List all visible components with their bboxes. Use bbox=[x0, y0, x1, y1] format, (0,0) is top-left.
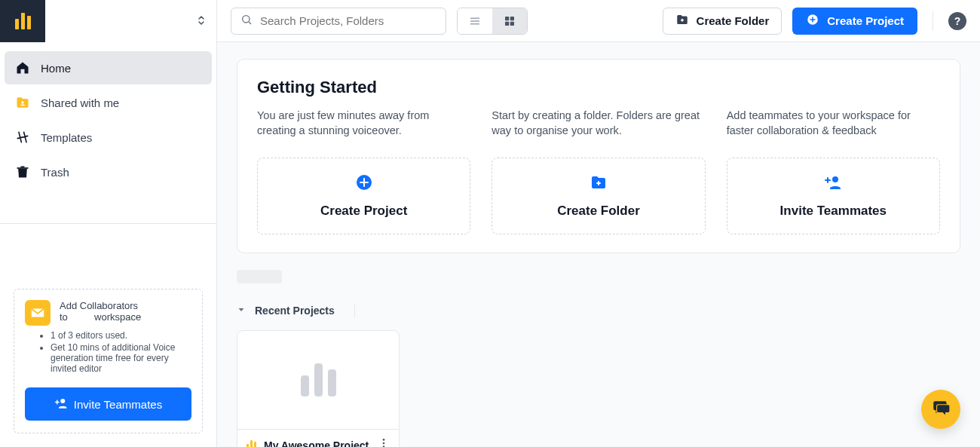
sidebar: Home Shared with me Templates Trash bbox=[0, 0, 217, 447]
getting-started-panel: Getting Started You are just few minutes… bbox=[237, 59, 960, 253]
topbar: Create Folder Create Project ? bbox=[217, 0, 980, 42]
collab-title-line2: to workspace bbox=[60, 311, 141, 323]
help-icon: ? bbox=[954, 15, 961, 27]
onboarding-card-create-folder: Start by creating a folder. Folders are … bbox=[492, 108, 705, 234]
svg-point-2 bbox=[243, 15, 250, 22]
person-add-icon bbox=[54, 396, 68, 412]
sidebar-item-label: Home bbox=[41, 62, 71, 75]
workspace-switcher[interactable] bbox=[45, 0, 216, 42]
sidebar-item-shared[interactable]: Shared with me bbox=[5, 86, 212, 119]
plus-circle-icon bbox=[355, 173, 373, 194]
create-folder-card[interactable]: Create Folder bbox=[492, 158, 705, 234]
card-label: Create Project bbox=[320, 204, 407, 219]
create-folder-button[interactable]: Create Folder bbox=[663, 8, 782, 35]
onboarding-card-create-project: You are just few minutes away from creat… bbox=[257, 108, 470, 234]
create-folder-label: Create Folder bbox=[697, 14, 770, 27]
svg-point-1 bbox=[60, 399, 65, 403]
create-project-card[interactable]: Create Project bbox=[257, 158, 470, 234]
svg-point-11 bbox=[383, 442, 385, 445]
search-input[interactable] bbox=[260, 14, 436, 27]
card-desc: Start by creating a folder. Folders are … bbox=[492, 108, 705, 144]
view-toggle bbox=[457, 8, 528, 35]
card-label: Create Folder bbox=[557, 204, 640, 219]
topbar-divider bbox=[933, 11, 933, 31]
invite-teammates-card[interactable]: Invite Teammates bbox=[727, 158, 940, 234]
project-card[interactable]: My Awesome Project bbox=[237, 330, 400, 447]
onboarding-card-invite: Add teammates to your workspace for fast… bbox=[727, 108, 940, 234]
skeleton-loader bbox=[237, 270, 282, 283]
svg-rect-3 bbox=[505, 17, 509, 20]
project-name: My Awesome Project bbox=[264, 439, 370, 448]
project-thumbnail bbox=[237, 331, 399, 429]
content-scroll[interactable]: Getting Started You are just few minutes… bbox=[217, 42, 980, 447]
sidebar-nav: Home Shared with me Templates Trash bbox=[0, 45, 216, 194]
chevron-up-down-icon bbox=[197, 14, 206, 29]
card-desc: Add teammates to your workspace for fast… bbox=[727, 108, 940, 144]
home-icon bbox=[15, 60, 30, 75]
project-type-icon bbox=[247, 440, 256, 448]
sidebar-item-label: Templates bbox=[41, 131, 92, 144]
invite-button-label: Invite Teammates bbox=[74, 398, 162, 411]
chat-fab[interactable] bbox=[921, 390, 960, 429]
collab-bullet: Get 10 mins of additional Voice generati… bbox=[51, 342, 191, 374]
invite-teammates-button[interactable]: Invite Teammates bbox=[25, 387, 191, 421]
create-project-button[interactable]: Create Project bbox=[792, 8, 917, 35]
shared-folder-icon bbox=[15, 95, 30, 110]
collab-title-line1: Add Collaborators bbox=[60, 300, 141, 311]
search-icon bbox=[240, 14, 253, 29]
sidebar-item-trash[interactable]: Trash bbox=[5, 155, 212, 188]
app-logo[interactable] bbox=[0, 0, 45, 42]
main-area: Create Folder Create Project ? Getting S… bbox=[217, 0, 980, 447]
collab-bullets: 1 of 3 editors used. Get 10 mins of addi… bbox=[25, 330, 191, 375]
svg-point-0 bbox=[21, 101, 23, 103]
search-input-wrapper[interactable] bbox=[231, 8, 446, 35]
view-list-button[interactable] bbox=[458, 8, 492, 34]
plus-circle-icon bbox=[806, 13, 819, 29]
templates-icon bbox=[15, 130, 30, 145]
help-button[interactable]: ? bbox=[948, 12, 966, 30]
collab-title: Add Collaborators to workspace bbox=[60, 300, 141, 326]
project-card-footer: My Awesome Project bbox=[237, 429, 399, 447]
recent-projects-header[interactable]: Recent Projects bbox=[237, 303, 960, 318]
sidebar-divider bbox=[0, 223, 216, 224]
getting-started-title: Getting Started bbox=[257, 78, 940, 97]
logo-placeholder-icon bbox=[301, 363, 336, 396]
svg-point-10 bbox=[383, 439, 385, 441]
svg-rect-5 bbox=[505, 21, 509, 25]
sidebar-item-templates[interactable]: Templates bbox=[5, 121, 212, 154]
section-divider bbox=[354, 303, 355, 318]
trash-icon bbox=[15, 164, 30, 179]
sidebar-item-home[interactable]: Home bbox=[5, 51, 212, 84]
sidebar-item-label: Shared with me bbox=[41, 96, 119, 109]
folder-add-icon bbox=[675, 13, 689, 29]
collab-bullet: 1 of 3 editors used. bbox=[51, 330, 191, 341]
sidebar-item-label: Trash bbox=[41, 166, 69, 179]
brand-row bbox=[0, 0, 216, 42]
chat-icon bbox=[931, 398, 951, 421]
person-add-icon bbox=[824, 173, 842, 194]
logo-bars-icon bbox=[15, 13, 31, 29]
workspace-label bbox=[56, 15, 59, 27]
mail-icon bbox=[25, 300, 51, 326]
card-desc: You are just few minutes away from creat… bbox=[257, 108, 470, 144]
card-label: Invite Teammates bbox=[780, 204, 887, 219]
project-menu-button[interactable] bbox=[378, 437, 390, 447]
create-project-label: Create Project bbox=[827, 14, 904, 27]
folder-add-icon bbox=[590, 173, 608, 194]
svg-rect-6 bbox=[510, 21, 514, 25]
svg-point-9 bbox=[832, 176, 838, 182]
chevron-down-icon bbox=[237, 305, 246, 317]
view-grid-button[interactable] bbox=[492, 8, 527, 34]
svg-rect-4 bbox=[510, 17, 514, 20]
recent-projects-label: Recent Projects bbox=[255, 305, 335, 317]
collaborators-card: Add Collaborators to workspace 1 of 3 ed… bbox=[14, 289, 203, 433]
